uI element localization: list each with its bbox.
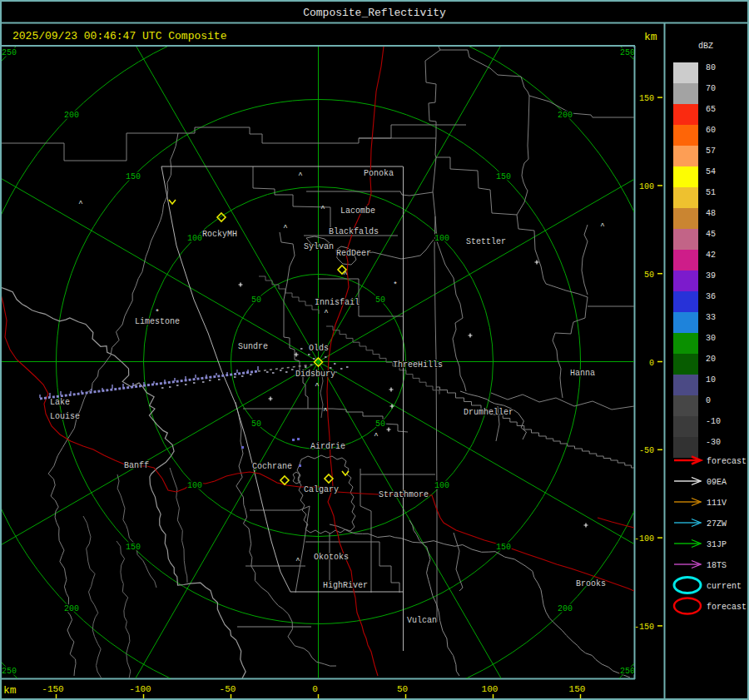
svg-text:^: ^: [600, 222, 604, 231]
svg-text:forecast: forecast: [707, 457, 747, 466]
svg-text:current: current: [707, 582, 742, 591]
svg-text:Calgary: Calgary: [304, 485, 339, 494]
svg-text:250: 250: [620, 667, 635, 676]
svg-text:km: km: [3, 684, 17, 697]
svg-text:100: 100: [482, 684, 499, 694]
svg-text:Airdrie: Airdrie: [310, 442, 345, 451]
svg-text:Lake: Lake: [50, 398, 70, 407]
svg-text:Lacombe: Lacombe: [340, 206, 375, 216]
svg-text:150: 150: [496, 543, 511, 552]
svg-text:Hanna: Hanna: [570, 369, 595, 378]
svg-text:0: 0: [706, 396, 711, 405]
svg-text:50: 50: [644, 271, 654, 280]
svg-text:45: 45: [706, 230, 716, 239]
svg-text:50: 50: [251, 420, 261, 429]
svg-text:10: 10: [706, 375, 716, 385]
svg-text:-10: -10: [706, 417, 721, 426]
svg-text:50: 50: [251, 295, 261, 305]
svg-text:0: 0: [649, 359, 654, 368]
svg-text:-150: -150: [634, 623, 654, 632]
svg-text:100: 100: [187, 481, 202, 490]
svg-text:*: *: [393, 281, 397, 290]
svg-text:^: ^: [78, 200, 82, 208]
svg-text:km: km: [644, 31, 657, 43]
svg-text:20: 20: [706, 355, 716, 364]
svg-text:-50: -50: [639, 446, 654, 455]
svg-text:^: ^: [374, 432, 378, 440]
svg-text:100: 100: [187, 234, 202, 243]
svg-text:Banff: Banff: [124, 461, 149, 470]
svg-text:100: 100: [434, 481, 449, 490]
svg-text:250: 250: [2, 48, 17, 57]
svg-text:36: 36: [706, 292, 716, 301]
svg-text:27ZW: 27ZW: [707, 519, 727, 529]
svg-text:150: 150: [569, 684, 586, 694]
svg-text:31JP: 31JP: [707, 540, 727, 549]
svg-text:Innisfail: Innisfail: [315, 298, 360, 307]
svg-text:51: 51: [706, 188, 716, 197]
svg-text:200: 200: [64, 604, 79, 613]
svg-text:^: ^: [315, 382, 319, 390]
svg-text:150: 150: [126, 172, 141, 181]
svg-text:200: 200: [558, 604, 573, 613]
svg-text:Ponoka: Ponoka: [364, 169, 394, 178]
svg-text:^: ^: [323, 407, 327, 415]
svg-text:Okotoks: Okotoks: [314, 553, 349, 562]
svg-text:18TS: 18TS: [707, 561, 727, 570]
svg-text:Drumheller: Drumheller: [464, 408, 513, 417]
svg-text:60: 60: [706, 126, 716, 135]
svg-text:HighRiver: HighRiver: [323, 581, 368, 590]
svg-text:Olds: Olds: [309, 344, 329, 353]
svg-text:-150: -150: [42, 684, 63, 694]
svg-text:Vulcan: Vulcan: [407, 616, 437, 625]
svg-text:Stettler: Stettler: [466, 237, 506, 246]
svg-text:150: 150: [126, 543, 141, 552]
svg-text:09EA: 09EA: [707, 478, 727, 487]
svg-text:150: 150: [496, 172, 511, 181]
svg-text:2025/09/23 00:46:47 UTC Compos: 2025/09/23 00:46:47 UTC Composite: [12, 30, 226, 42]
svg-text:-100: -100: [129, 684, 151, 694]
svg-text:-30: -30: [706, 438, 721, 447]
svg-text:RockyMH: RockyMH: [202, 230, 237, 239]
svg-text:250: 250: [2, 667, 17, 676]
svg-text:^: ^: [324, 309, 328, 317]
svg-text:^: ^: [283, 224, 287, 232]
svg-text:70: 70: [706, 84, 716, 93]
svg-text:50: 50: [375, 295, 385, 305]
svg-text:39: 39: [706, 271, 716, 280]
svg-text:Brooks: Brooks: [576, 579, 606, 588]
svg-text:0: 0: [312, 684, 318, 694]
svg-text:Limestone: Limestone: [135, 317, 180, 326]
svg-text:50: 50: [375, 420, 385, 429]
svg-text:150: 150: [639, 94, 654, 103]
svg-text:Cochrane: Cochrane: [252, 462, 292, 471]
svg-text:54: 54: [706, 167, 716, 176]
svg-text:200: 200: [558, 111, 573, 120]
svg-text:Blackfalds: Blackfalds: [329, 227, 379, 236]
svg-text:forecast: forecast: [707, 603, 747, 612]
svg-text:250: 250: [620, 48, 635, 57]
svg-text:200: 200: [64, 111, 79, 120]
svg-text:42: 42: [706, 251, 716, 260]
svg-text:80: 80: [706, 63, 716, 72]
svg-text:^: ^: [295, 557, 300, 565]
svg-text:^: ^: [298, 171, 302, 180]
svg-text:*: *: [155, 309, 159, 317]
svg-text:RedDeer: RedDeer: [336, 249, 371, 258]
svg-text:100: 100: [639, 182, 654, 191]
svg-text:Sundre: Sundre: [238, 342, 268, 351]
svg-text:33: 33: [706, 313, 716, 322]
svg-text:^: ^: [320, 205, 325, 213]
svg-text:Strathmore: Strathmore: [379, 490, 429, 499]
svg-text:111V: 111V: [707, 499, 727, 508]
svg-text:-100: -100: [634, 534, 654, 544]
svg-text:Didsbury: Didsbury: [295, 370, 335, 379]
svg-text:57: 57: [706, 146, 716, 156]
svg-text:Louise: Louise: [50, 412, 80, 421]
svg-text:100: 100: [434, 234, 449, 243]
svg-text:48: 48: [706, 209, 716, 218]
svg-text:50: 50: [397, 684, 408, 694]
svg-text:-50: -50: [220, 684, 236, 694]
svg-text:Sylvan: Sylvan: [304, 242, 334, 251]
svg-text:dBZ: dBZ: [698, 42, 713, 51]
